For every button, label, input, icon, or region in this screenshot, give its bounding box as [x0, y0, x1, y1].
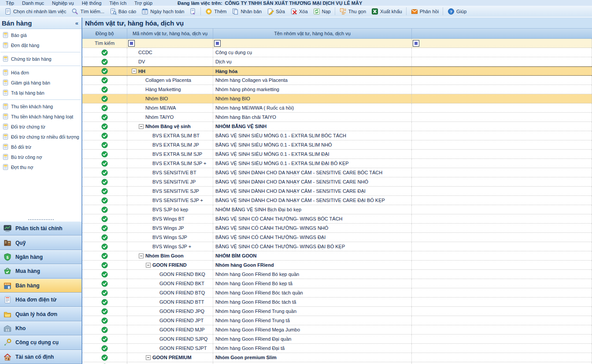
toolbar-button-posting-date[interactable]: Ngày hạch toán [139, 7, 187, 16]
sidebar-item[interactable]: Đơn đặt hàng [0, 40, 81, 50]
accordion-item-invoice-management[interactable]: Quản lý hóa đơn [0, 307, 81, 321]
menu-item[interactable]: Danh mục [18, 0, 48, 6]
filter-button-icon[interactable] [214, 40, 221, 47]
toolbar-button-feedback[interactable]: Phản hồi [408, 7, 441, 16]
table-row[interactable]: BVS Wings SJP BĂNG VỆ SINH CÓ CÁNH THƯỜN… [82, 233, 592, 242]
filter-cell-name[interactable] [213, 39, 412, 48]
sidebar-item[interactable]: Đối trừ chứng từ nhiều đối tượng [0, 132, 81, 142]
menu-item[interactable]: Trợ giúp [130, 0, 156, 6]
group-name: BĂNG VỆ SINH DÀNH CHO DA NHẠY CẢM - SENS… [215, 179, 368, 184]
table-row[interactable]: DV Dịch vụ [82, 57, 592, 66]
collapse-node-icon[interactable] [139, 124, 144, 129]
sidebar-item[interactable]: Đợt thu nợ [0, 162, 81, 172]
accordion-item-finance-analysis[interactable]: Phân tích tài chính [0, 221, 81, 235]
accordion-item-cash-fund[interactable]: Quỹ [0, 235, 81, 250]
table-row[interactable]: GOON PREMIUM Nhóm Goon premium Slim [82, 353, 592, 362]
sidebar-item[interactable]: Bỏ đối trừ [0, 142, 81, 152]
table-row[interactable]: BVS Wings JP BĂNG VỆ SINH CÓ CÁNH THƯỜNG… [82, 224, 592, 233]
accordion-item-warehouse[interactable]: Kho [0, 321, 81, 335]
table-row[interactable]: BVS EXTRA SLIM SJP + BĂNG VỆ SINH SIÊU M… [82, 159, 592, 168]
table-row[interactable]: Collagen và Placenta Nhóm hàng Collagen … [82, 76, 592, 85]
toolbar-button-export[interactable]: Xuất khẩu [369, 7, 405, 16]
sidebar-item[interactable]: Giảm giá hàng bán [0, 77, 81, 88]
table-row[interactable]: BVS Wings SJP + BĂNG VỆ SINH CÓ CÁNH THƯ… [82, 242, 592, 251]
table-row[interactable]: BVS Wings BT BĂNG VỆ SINH CÓ CÁNH THƯỜNG… [82, 214, 592, 224]
toolbar-button-report[interactable]: Báo cáo [107, 7, 139, 16]
table-row[interactable]: Nhóm Băng vệ sinh NHÓM BĂNG VỆ SINH [82, 122, 592, 131]
menu-item[interactable]: Tệp [2, 0, 18, 6]
table-row[interactable]: BVS SENSITIVE BT BĂNG VỆ SINH DÀNH CHO D… [82, 168, 592, 177]
sidebar-item[interactable]: Báo giá [0, 30, 81, 40]
table-row[interactable]: BVS SENSITIVE SJP + BĂNG VỆ SINH DÀNH CH… [82, 196, 592, 205]
collapse-node-icon[interactable] [132, 69, 137, 74]
table-row[interactable]: CCDC Công cụ dụng cụ [82, 48, 592, 57]
page-title: Nhóm vật tư, hàng hóa, dịch vụ [82, 18, 592, 29]
accordion-item-e-invoice[interactable]: Hóa đơn điện tử [0, 293, 81, 307]
collapse-node-icon[interactable] [146, 263, 151, 268]
table-row[interactable]: BVS EXTRA SLIM JP BĂNG VỆ SINH SIÊU MỎNG… [82, 140, 592, 150]
collapse-node-icon[interactable] [139, 254, 144, 258]
column-header-code[interactable]: Mã nhóm vật tư, hàng hóa, dịch vụ [127, 29, 213, 38]
toolbar-button-collapse[interactable]: Thu gọn [337, 7, 369, 16]
table-row[interactable]: GOON FRIEND BTQ Nhóm hàng Goon FRiend Bó… [82, 288, 592, 298]
column-header-extra[interactable] [412, 29, 592, 38]
table-row[interactable] [82, 362, 592, 364]
table-row[interactable]: BVS EXTRA SLIM SJP BĂNG VỆ SINH SIÊU MỎN… [82, 150, 592, 159]
column-header-name[interactable]: Tên nhóm vật tư, hàng hóa, dịch vụ [213, 29, 412, 38]
sidebar-splitter[interactable] [0, 217, 81, 221]
code-cell: BVS Wings JP [127, 224, 213, 232]
menu-item[interactable]: Tiện ích [105, 0, 130, 6]
sidebar-item[interactable]: Hóa đơn [0, 67, 81, 77]
group-code: GOON FRIEND BTQ [159, 290, 205, 295]
filter-cell-extra[interactable] [412, 39, 592, 48]
table-row[interactable]: GOON FRIEND MJP Nhóm hàng Goon FRiend Me… [82, 325, 592, 335]
table-row[interactable]: BVS SENSITIVE SJP BĂNG VỆ SINH DÀNH CHO … [82, 187, 592, 196]
table-row[interactable]: GOON FRIEND BTT Nhóm hàng Goon FRiend Bó… [82, 298, 592, 307]
column-header-sync[interactable]: Đồng bộ [82, 29, 127, 38]
table-row[interactable]: GOON FRIEND SJPT Nhóm hàng Goon FRiend Đ… [82, 344, 592, 353]
table-row[interactable]: GOON FRIEND BKQ Nhóm hàng Goon FRiend Bó… [82, 270, 592, 279]
table-row[interactable]: BVS SJP bó kẹp NHÓM BĂNG VỆ SINH Bịch Đạ… [82, 205, 592, 214]
toolbar-button-reload[interactable]: Nạp [311, 7, 333, 16]
toolbar-button-posting-date-picker[interactable] [187, 7, 199, 16]
sidebar-item[interactable]: Đối trừ chứng từ [0, 121, 81, 132]
filter-cell-code[interactable] [127, 39, 213, 48]
sidebar-collapse-icon[interactable]: « [75, 20, 78, 26]
accordion-item-purchasing[interactable]: Mua hàng [0, 264, 81, 278]
table-row[interactable]: GOON FRIEND SJPQ Nhóm hàng Goon FRiend Đ… [82, 335, 592, 344]
table-row[interactable]: BVS EXTRA SLIM BT BĂNG VỆ SINH SIÊU MỎNG… [82, 131, 592, 140]
sidebar-item[interactable]: Bù trừ công nợ [0, 152, 81, 162]
toolbar-button-help[interactable]: Giúp [445, 7, 469, 16]
table-row[interactable]: HH Hàng hóa [82, 66, 592, 76]
table-row[interactable]: Hàng Marketting Nhóm hàng phòng marketti… [82, 85, 592, 94]
toolbar-button-delete[interactable]: Xóa [288, 7, 311, 16]
toolbar-button-add[interactable]: Thêm [203, 7, 229, 16]
accordion-item-tools-supplies[interactable]: Công cụ dụng cụ [0, 335, 81, 349]
sidebar-item[interactable]: Chứng từ bán hàng [0, 54, 81, 64]
toolbar-button-search[interactable]: Tìm kiếm... [69, 7, 107, 16]
accordion-item-bank[interactable]: Ngân hàng [0, 250, 81, 264]
toolbar-button-duplicate[interactable]: Nhân bản [229, 7, 264, 16]
table-row[interactable]: GOON FRIEND Nhóm hàng Goon FRiend [82, 261, 592, 270]
menu-item[interactable]: Nghiệp vụ [48, 0, 78, 6]
table-row[interactable]: Nhóm Bỉm Goon NHÓM BỈM GOON [82, 251, 592, 261]
accordion-item-sales[interactable]: Bán hàng [0, 279, 81, 293]
table-row[interactable]: GOON FRIEND JPQ Nhóm hàng Goon FRiend Tr… [82, 307, 592, 316]
table-row[interactable]: GOON FRIEND JPT Nhóm hàng Goon FRiend Tr… [82, 316, 592, 325]
sidebar-item[interactable]: Thu tiền khách hàng [0, 101, 81, 111]
table-row[interactable]: Nhóm BIO Nhóm hàng BIO [82, 94, 592, 103]
table-row[interactable]: BVS SENSITIVE JP BĂNG VỆ SINH DÀNH CHO D… [82, 177, 592, 187]
table-row[interactable]: Nhóm MEIWA Nhóm hàng MEIWWA ( Ruốc cá hồ… [82, 103, 592, 113]
sidebar-item[interactable]: Thu tiền khách hàng hàng loạt [0, 111, 81, 121]
collapse-node-icon[interactable] [146, 355, 151, 360]
menu-item[interactable]: Hệ thống [78, 0, 106, 6]
toolbar-button-choose-branch[interactable]: Chọn chi nhánh làm việc [2, 7, 69, 16]
table-row[interactable]: Nhóm TAIYO Nhóm hàng Bàn chải TAIYO [82, 113, 592, 122]
table-row[interactable]: GOON FRIEND BKT Nhóm hàng Goon FRiend Bó… [82, 279, 592, 288]
accordion-item-fixed-assets[interactable]: Tài sản cố định [0, 350, 81, 364]
filter-button-icon[interactable] [413, 40, 419, 47]
toolbar-button-edit[interactable]: Sửa [264, 7, 288, 16]
empty-cell [412, 168, 592, 177]
sidebar-item[interactable]: Trả lại hàng bán [0, 88, 81, 98]
filter-button-icon[interactable] [128, 40, 135, 47]
